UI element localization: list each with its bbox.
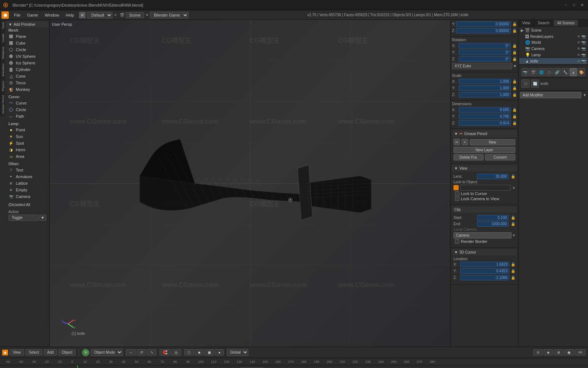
- overlay-btn5[interactable]: 🎮: [575, 349, 586, 355]
- clip-end-value[interactable]: 1000.000: [477, 221, 509, 227]
- grease-pencil-tool-icon[interactable]: ✏: [453, 139, 460, 145]
- ry-lock[interactable]: 🔒: [512, 50, 517, 54]
- file-menu[interactable]: File: [11, 12, 24, 18]
- curve-circle-item[interactable]: Circle: [6, 106, 49, 113]
- camera-btn[interactable]: Camera: [453, 232, 512, 238]
- other-armature-item[interactable]: ✦ Armature: [6, 173, 49, 180]
- render-props-tab[interactable]: 📷: [521, 68, 529, 76]
- search-tab[interactable]: Search: [534, 20, 554, 26]
- lock-obj-input[interactable]: [460, 185, 511, 191]
- world-row[interactable]: 🌐 World 👁 📷: [519, 39, 587, 46]
- window-menu[interactable]: Window: [42, 12, 62, 18]
- mesh-monkey-item[interactable]: 🐒 Monkey: [6, 86, 49, 93]
- add-toolbar-btn[interactable]: Add: [44, 349, 57, 355]
- view-icon[interactable]: ⊞: [79, 12, 86, 18]
- knife-row[interactable]: ▲ knife 👁 📷: [519, 58, 587, 64]
- rendered-btn[interactable]: ●: [215, 349, 224, 355]
- blender-logo[interactable]: ◉: [1, 11, 9, 19]
- other-camera-item[interactable]: 📷 Camera: [6, 193, 49, 200]
- texture-btn[interactable]: ▣: [204, 349, 214, 355]
- close-button[interactable]: ✕: [579, 2, 585, 8]
- object-props-tab[interactable]: ⬡: [546, 68, 553, 76]
- camera-row[interactable]: 📷 Camera 👁 📷: [519, 46, 587, 52]
- mesh-uvsphere-item[interactable]: UV Sphere: [6, 53, 49, 60]
- lamp-vis-eye[interactable]: 👁: [577, 53, 581, 57]
- cx-lock[interactable]: 🔒: [511, 262, 515, 266]
- data-props-tab[interactable]: ▲: [570, 68, 577, 76]
- cy-lock[interactable]: 🔒: [511, 269, 515, 273]
- rx-lock[interactable]: 🔒: [512, 44, 517, 48]
- dz-value[interactable]: 0.914: [459, 120, 511, 126]
- mode-select[interactable]: Object Mode: [91, 349, 123, 356]
- y-lock[interactable]: 🔒: [512, 22, 517, 26]
- other-empty-item[interactable]: ⊕ Empty: [6, 187, 49, 193]
- render-layers-row[interactable]: 🖼 RenderLayers 👁 📷: [519, 33, 587, 39]
- create-tab[interactable]: Create: [0, 31, 5, 45]
- render-border-checkbox[interactable]: [455, 239, 459, 244]
- vis-eye[interactable]: 👁: [577, 35, 581, 39]
- cx-value[interactable]: 1.6929: [460, 262, 509, 267]
- grease-pencil-tab[interactable]: Grease Pencil: [0, 93, 5, 116]
- view-toolbar-btn[interactable]: View: [10, 349, 24, 355]
- maximize-button[interactable]: □: [571, 2, 577, 8]
- lamp-sun-item[interactable]: ☀ Sun: [6, 133, 49, 140]
- world-props-tab[interactable]: 🌐: [538, 68, 545, 76]
- grease-pencil-plus-icon[interactable]: +: [462, 139, 468, 145]
- overlay-btn2[interactable]: ◈: [544, 349, 553, 355]
- sy-value[interactable]: 1.000: [459, 85, 511, 91]
- lamp-row[interactable]: 💡 Lamp 👁 📷: [519, 52, 587, 58]
- camera-close[interactable]: ✕: [512, 233, 515, 237]
- cursor-3d-header[interactable]: ▼ 3D Cursor: [452, 249, 517, 255]
- sx-value[interactable]: 1.000: [459, 79, 511, 84]
- snap-btn[interactable]: 🧲: [159, 349, 171, 355]
- y-value[interactable]: 0.00000: [456, 21, 511, 27]
- lock-cursor-checkbox[interactable]: [455, 191, 459, 196]
- overlay-btn1[interactable]: ⊙: [533, 349, 543, 355]
- cz-value[interactable]: -2.1066: [460, 275, 509, 280]
- proportional-btn[interactable]: ◎: [171, 349, 181, 355]
- solid-btn[interactable]: ■: [195, 349, 204, 355]
- workspace-select[interactable]: Default: [87, 12, 112, 18]
- z-value[interactable]: 0.00000: [456, 28, 511, 33]
- convert-btn[interactable]: Convert: [485, 154, 515, 160]
- rotate-tool[interactable]: ↺: [137, 349, 146, 355]
- relations-tab[interactable]: Relations: [0, 45, 5, 61]
- dy-lock[interactable]: 🔒: [512, 114, 517, 118]
- mesh-cone-item[interactable]: △ Cone: [6, 73, 49, 79]
- add-modifier-dropdown[interactable]: ▼: [583, 93, 587, 97]
- curve-path-item[interactable]: — Path: [6, 113, 49, 120]
- object-mode-icon[interactable]: ⦿: [82, 349, 89, 356]
- lamp-hemi-item[interactable]: ◑ Hemi: [6, 146, 49, 153]
- clip-section-header[interactable]: Clip: [452, 206, 517, 213]
- lamp-area-item[interactable]: ▭ Area: [6, 153, 49, 160]
- sy-lock[interactable]: 🔒: [512, 86, 517, 90]
- overlay-btn4[interactable]: ◉: [564, 349, 574, 355]
- wireframe-btn[interactable]: ⬡: [184, 349, 194, 355]
- select-toolbar-btn[interactable]: Select: [26, 349, 43, 355]
- knife-vis-eye[interactable]: 👁: [577, 59, 581, 63]
- all-scenes-tab[interactable]: All Scenes: [553, 20, 578, 26]
- camera-vis-render[interactable]: 📷: [581, 47, 586, 51]
- mesh-cylinder-item[interactable]: Cylinder: [6, 66, 49, 73]
- lock-obj-close[interactable]: ✕: [512, 186, 515, 190]
- viewport[interactable]: CG模型主 CG模型主 CG模型主 CG模型主 www.CGmxw.com ww…: [50, 20, 450, 347]
- scene-close[interactable]: ✕: [146, 13, 148, 17]
- other-lattice-item[interactable]: ⊞ Lattice: [6, 180, 49, 187]
- lock-camera-checkbox[interactable]: [455, 197, 459, 201]
- toolbar-blender-icon[interactable]: ◉: [2, 350, 8, 355]
- lens-value[interactable]: 35.000: [477, 174, 509, 179]
- dx-lock[interactable]: 🔒: [512, 108, 517, 112]
- action-dropdown[interactable]: ▼: [39, 215, 46, 221]
- knife-vis-render[interactable]: 📷: [581, 59, 586, 63]
- add-primitive-header[interactable]: ▼ Add Primitive: [6, 21, 49, 28]
- deselect-all-btn[interactable]: (De)select All: [6, 201, 49, 208]
- rotation-mode-dropdown[interactable]: ▼: [513, 64, 517, 68]
- z-lock[interactable]: 🔒: [512, 29, 517, 33]
- mesh-circle-item[interactable]: Circle: [6, 46, 49, 53]
- cz-lock[interactable]: 🔒: [511, 276, 515, 280]
- action-toggle-select[interactable]: Toggle: [8, 215, 38, 221]
- dz-lock[interactable]: 🔒: [512, 121, 517, 125]
- other-text-item[interactable]: T Text: [6, 167, 49, 173]
- sz-lock[interactable]: 🔒: [512, 93, 517, 97]
- mesh-torus-item[interactable]: ⊙ Torus: [6, 79, 49, 86]
